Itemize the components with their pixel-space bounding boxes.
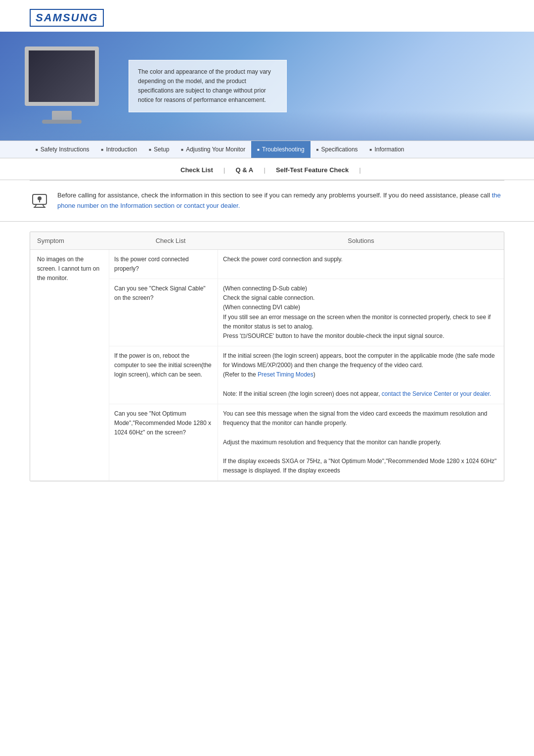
- info-body-text: Before calling for assistance, check the…: [57, 191, 492, 199]
- sep-3: |: [357, 167, 362, 174]
- nav-information[interactable]: Information: [364, 141, 410, 158]
- banner-notice-text: The color and appearance of the product …: [138, 68, 271, 104]
- monitor-screen: [25, 47, 99, 106]
- tab-qa[interactable]: Q & A: [227, 166, 263, 174]
- check-row-3: If the power is on, reboot the computer …: [109, 346, 504, 404]
- nav-introduction[interactable]: Introduction: [95, 141, 143, 158]
- banner-notice-box: The color and appearance of the product …: [129, 60, 287, 113]
- nav-adjusting[interactable]: Adjusting Your Monitor: [175, 141, 251, 158]
- nav-troubleshooting[interactable]: Troubleshooting: [251, 141, 310, 158]
- check-row-4: Can you see "Not Optimum Mode","Recommen…: [109, 404, 504, 480]
- col-checklist: Check List: [116, 237, 225, 244]
- assistance-icon: [31, 191, 48, 209]
- check-row-2: Can you see "Check Signal Cable" on the …: [109, 279, 504, 346]
- solution-2: (When connecting D-Sub cable) Check the …: [218, 279, 504, 346]
- page-header: SAMSUNG: [0, 0, 534, 32]
- tab-selftest[interactable]: Self-Test Feature Check: [267, 166, 357, 174]
- service-center-link[interactable]: contact the Service Center or your deale…: [382, 390, 491, 397]
- col-solutions: Solutions: [225, 237, 497, 244]
- table-header-row: Symptom Check List Solutions: [30, 232, 504, 250]
- info-text: Before calling for assistance, check the…: [57, 190, 504, 211]
- banner: The color and appearance of the product …: [0, 32, 534, 141]
- check-4: Can you see "Not Optimum Mode","Recommen…: [109, 404, 218, 480]
- solution-1: Check the power cord connection and supp…: [218, 250, 504, 279]
- sep-1: |: [222, 167, 227, 174]
- nav-setup[interactable]: Setup: [143, 141, 175, 158]
- main-navigation: Safety Instructions Introduction Setup A…: [0, 141, 534, 158]
- nav-safety[interactable]: Safety Instructions: [30, 141, 95, 158]
- info-icon: [30, 190, 49, 210]
- check-row-1: Is the power cord connected properly? Ch…: [109, 250, 504, 279]
- nav-specifications[interactable]: Specifications: [311, 141, 364, 158]
- check-2: Can you see "Check Signal Cable" on the …: [109, 279, 218, 346]
- svg-point-4: [38, 196, 42, 200]
- info-section: Before calling for assistance, check the…: [0, 181, 534, 222]
- preset-timing-link[interactable]: Preset Timing Modes: [258, 371, 313, 378]
- banner-decoration: [0, 111, 534, 141]
- solution-3: If the initial screen (the login screen)…: [218, 346, 504, 404]
- table-row: No images on the screen. I cannot turn o…: [30, 250, 504, 481]
- col-symptom: Symptom: [37, 237, 116, 244]
- sub-navigation: Check List | Q & A | Self-Test Feature C…: [0, 158, 534, 180]
- solution-4: You can see this message when the signal…: [218, 404, 504, 480]
- tab-checklist[interactable]: Check List: [172, 166, 222, 174]
- symptom-1: No images on the screen. I cannot turn o…: [30, 250, 109, 481]
- troubleshooting-table: Symptom Check List Solutions No images o…: [30, 232, 504, 482]
- check-1: Is the power cord connected properly?: [109, 250, 218, 279]
- check-3: If the power is on, reboot the computer …: [109, 346, 218, 404]
- sep-2: |: [262, 167, 267, 174]
- samsung-logo: SAMSUNG: [30, 9, 104, 27]
